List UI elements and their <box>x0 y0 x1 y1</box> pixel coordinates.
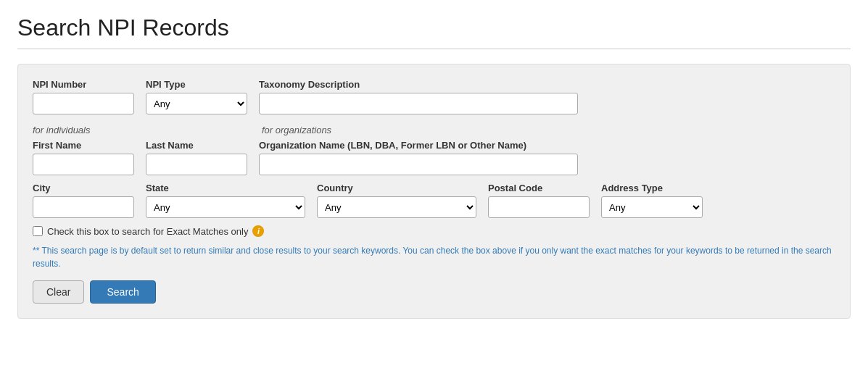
section-labels-row: for individuals for organizations <box>33 122 835 138</box>
clear-button[interactable]: Clear <box>33 280 84 304</box>
org-name-group: Organization Name (LBN, DBA, Former LBN … <box>259 140 578 175</box>
city-input[interactable] <box>33 196 134 218</box>
search-button[interactable]: Search <box>90 280 155 304</box>
individuals-section-label-container: for individuals <box>33 122 250 138</box>
state-group: State Any AL AK AZ AR CA CO CT DE FL GA … <box>146 183 305 218</box>
address-type-select[interactable]: Any Mailing Location <box>601 196 703 218</box>
info-icon: i <box>252 225 264 237</box>
country-group: Country Any US CA MX Other <box>317 183 476 218</box>
state-select[interactable]: Any AL AK AZ AR CA CO CT DE FL GA HI ID … <box>146 196 305 218</box>
country-label: Country <box>317 183 476 193</box>
first-name-label: First Name <box>33 140 134 151</box>
first-name-input[interactable] <box>33 154 134 175</box>
postal-code-input[interactable] <box>488 196 590 218</box>
exact-match-row: Check this box to search for Exact Match… <box>33 225 835 237</box>
npi-type-group: NPI Type Any NPI-1 (Individual) NPI-2 (O… <box>146 79 247 114</box>
postal-code-label: Postal Code <box>488 183 590 193</box>
info-note: ** This search page is by default set to… <box>33 244 835 270</box>
page-title: Search NPI Records <box>17 14 851 41</box>
state-label: State <box>146 183 305 193</box>
country-select[interactable]: Any US CA MX Other <box>317 196 476 218</box>
search-form: NPI Number NPI Type Any NPI-1 (Individua… <box>17 64 851 319</box>
last-name-input[interactable] <box>146 154 247 175</box>
exact-match-label[interactable]: Check this box to search for Exact Match… <box>47 226 248 237</box>
last-name-group: Last Name <box>146 140 247 175</box>
org-name-label: Organization Name (LBN, DBA, Former LBN … <box>259 140 578 151</box>
taxonomy-label: Taxonomy Description <box>259 79 578 90</box>
npi-type-select[interactable]: Any NPI-1 (Individual) NPI-2 (Organizati… <box>146 93 247 114</box>
first-name-group: First Name <box>33 140 134 175</box>
organizations-section-label-container: for organizations <box>262 122 331 138</box>
organizations-section-label: for organizations <box>262 125 331 135</box>
title-divider <box>17 49 851 49</box>
individuals-section-label: for individuals <box>33 125 250 135</box>
last-name-label: Last Name <box>146 140 247 151</box>
npi-type-label: NPI Type <box>146 79 247 90</box>
address-type-label: Address Type <box>601 183 703 193</box>
row-2: First Name Last Name Organization Name (… <box>33 140 835 175</box>
city-group: City <box>33 183 134 218</box>
row-3: City State Any AL AK AZ AR CA CO CT DE F… <box>33 183 835 218</box>
org-name-input[interactable] <box>259 154 578 175</box>
postal-code-group: Postal Code <box>488 183 590 218</box>
row-1: NPI Number NPI Type Any NPI-1 (Individua… <box>33 79 835 114</box>
npi-number-group: NPI Number <box>33 79 134 114</box>
city-label: City <box>33 183 134 193</box>
address-type-group: Address Type Any Mailing Location <box>601 183 703 218</box>
npi-number-input[interactable] <box>33 93 134 114</box>
taxonomy-input[interactable] <box>259 93 578 114</box>
exact-match-checkbox[interactable] <box>33 226 43 236</box>
npi-number-label: NPI Number <box>33 79 134 90</box>
buttons-row: Clear Search <box>33 280 835 304</box>
taxonomy-group: Taxonomy Description <box>259 79 578 114</box>
